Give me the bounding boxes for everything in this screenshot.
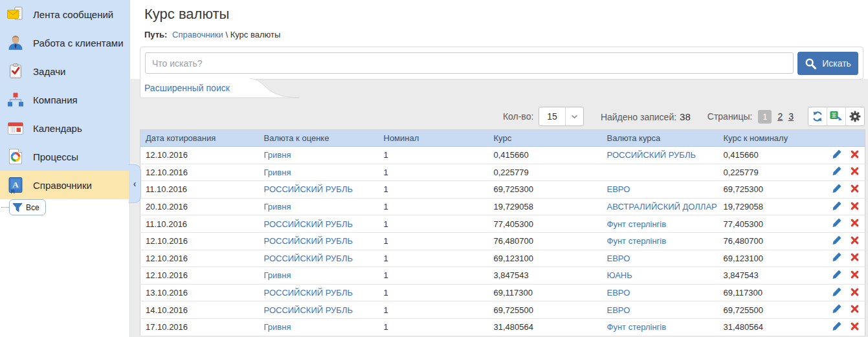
edit-pencil-icon[interactable] [832,166,842,179]
table-row: 12.10.2016 Гривня 1 3,847543 ЮАНЬ 3,8475… [140,267,865,285]
column-header-nominal[interactable]: Номинал [379,130,489,147]
filter-all-chip[interactable]: Все [9,199,46,215]
edit-pencil-icon[interactable] [832,235,842,248]
cell-rate: 19,729058 [489,198,602,215]
cell-date: 13.10.2016 [140,284,259,301]
sidebar-item-label: Справочники [33,180,92,191]
sidebar-item-directories[interactable]: A Справочники [0,171,129,199]
edit-pencil-icon[interactable] [832,201,842,213]
cell-currency-from-link[interactable]: Гривня [264,168,291,177]
edit-pencil-icon[interactable] [832,252,842,265]
page-button-2[interactable]: 2 [777,111,783,122]
cell-date: 12.10.2016 [140,267,259,285]
cell-currency-to-link[interactable]: ЕВРО [607,184,630,194]
processes-wheel-icon [6,147,25,166]
cell-currency-to-link[interactable]: ЕВРО [607,288,630,298]
column-header-rate[interactable]: Курс [489,130,602,147]
sidebar-item-tasks[interactable]: Задачи [0,57,129,85]
search-button[interactable]: Искать [797,52,858,75]
cell-currency-to-link[interactable]: Фунт стерлінгів [607,219,667,229]
page-size-select[interactable]: 15 [539,107,584,126]
sidebar-item-calendar[interactable]: Календарь [0,114,129,142]
edit-pencil-icon[interactable] [832,303,842,316]
column-header-rate-to-nominal[interactable]: Курс к номиналу [718,130,810,147]
cell-currency-to-link[interactable]: РОССИЙСКИЙ РУБЛЬ [607,150,696,160]
cell-rate-to-nominal: 69,123100 [718,250,810,267]
edit-pencil-icon[interactable] [832,217,842,230]
cell-rate-to-nominal: 69,117300 [718,284,810,301]
breadcrumb-separator: \ [225,30,228,39]
delete-x-icon[interactable] [851,305,859,315]
edit-pencil-icon[interactable] [832,183,842,196]
sidebar-item-company[interactable]: Компания [0,85,129,114]
cell-rate: 77,405300 [489,215,602,233]
column-header-currency-to[interactable]: Валюта курса [602,130,718,147]
search-input[interactable] [145,52,794,74]
column-header-currency-from[interactable]: Валюта к оценке [259,130,379,147]
cell-currency-from-link[interactable]: РОССИЙСКИЙ РУБЛЬ [264,288,353,298]
delete-x-icon[interactable] [851,184,859,195]
grid-toolbar: Кол-во: 15 Найдено записей:38 Страницы: … [503,106,865,127]
sidebar-item-feed[interactable]: Лента сообщений [0,0,129,28]
delete-x-icon[interactable] [851,219,859,229]
edit-pencil-icon[interactable] [832,321,842,334]
sidebar-collapse-button[interactable]: ‹ [129,164,141,203]
refresh-button[interactable] [808,107,827,125]
directories-book-icon: A [6,176,25,194]
cell-currency-to-link[interactable]: Фунт стерлінгів [607,236,667,246]
cell-date: 11.10.2016 [140,181,259,199]
cell-currency-from-link[interactable]: Гривня [264,150,291,160]
cell-currency-from-link[interactable]: РОССИЙСКИЙ РУБЛЬ [264,254,353,263]
cell-rate-to-nominal: 69,725500 [718,301,810,319]
excel-export-button[interactable] [827,107,845,125]
cell-currency-from-link[interactable]: РОССИЙСКИЙ РУБЛЬ [264,219,353,229]
advanced-search-link[interactable]: Расширенный поиск [144,83,230,93]
cell-currency-from-link[interactable]: РОССИЙСКИЙ РУБЛЬ [264,184,353,194]
delete-x-icon[interactable] [851,253,859,263]
breadcrumb-link-directories[interactable]: Справочники [172,30,223,39]
cell-currency-to-link[interactable]: АВСТРАЛИЙСКИЙ ДОЛЛАР [607,202,717,212]
cell-currency-to-link[interactable]: ЮАНЬ [607,270,632,280]
delete-x-icon[interactable] [851,202,859,212]
page-button-1[interactable]: 1 [758,110,772,124]
page-size-value: 15 [539,107,565,125]
table-row: 12.10.2016 Гривня 1 0,225779 0,225779 [140,164,865,181]
edit-pencil-icon[interactable] [832,287,842,299]
cell-rate-to-nominal: 31,480564 [718,318,810,336]
app-window: { "sidebar": { "items": [ {"label": "Лен… [0,0,868,337]
delete-x-icon[interactable] [851,236,859,246]
cell-nominal: 1 [379,215,489,233]
main-content: Курс валюты Путь: Справочники \ Курс вал… [129,0,868,337]
cell-currency-from-link[interactable]: Гривня [264,270,291,280]
edit-pencil-icon[interactable] [832,269,842,282]
delete-x-icon[interactable] [851,322,859,332]
org-chart-icon [6,91,25,109]
currency-rates-table: Дата котирования Валюта к оценке Номинал… [140,129,865,336]
cell-currency-to-link[interactable]: ЕВРО [607,305,630,315]
delete-x-icon[interactable] [851,150,859,160]
edit-pencil-icon[interactable] [832,149,842,162]
cell-rate-to-nominal: 0,415660 [718,147,810,164]
cell-rate: 69,725500 [489,301,602,319]
delete-x-icon[interactable] [851,167,859,177]
sidebar-item-processes[interactable]: Процессы [0,142,129,171]
filter-funnel-icon [12,202,23,213]
column-header-date[interactable]: Дата котирования [140,130,259,147]
breadcrumb-label: Путь: [144,30,167,39]
cell-currency-from-link[interactable]: РОССИЙСКИЙ РУБЛЬ [264,236,353,246]
cell-currency-to-link[interactable]: ЕВРО [607,254,630,263]
settings-button[interactable] [845,107,864,125]
delete-x-icon[interactable] [851,270,859,281]
cell-nominal: 1 [379,181,489,199]
column-header-actions [810,130,865,147]
cell-rate-to-nominal: 3,847543 [718,267,810,285]
cell-currency-from-link[interactable]: Гривня [264,202,291,212]
page-button-3[interactable]: 3 [788,111,794,122]
cell-currency-from-link[interactable]: Гривня [264,322,291,332]
cell-currency-to-link[interactable]: Фунт стерлінгів [607,322,667,332]
sidebar-item-label: Задачи [33,66,65,77]
delete-x-icon[interactable] [851,288,859,298]
pagination: 1 2 3 [758,110,794,124]
cell-currency-from-link[interactable]: РОССИЙСКИЙ РУБЛЬ [264,305,353,315]
sidebar-item-clients[interactable]: Работа с клиентами [0,28,129,57]
